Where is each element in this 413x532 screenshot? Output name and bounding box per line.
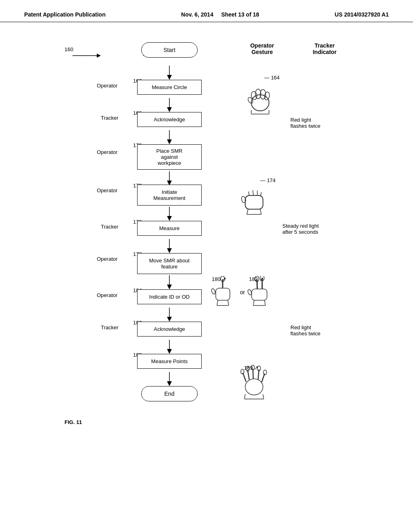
initiate-node: Initiate Measurement [137, 185, 202, 206]
svg-rect-49 [252, 289, 267, 300]
arrow-8 [165, 340, 173, 354]
gesture-180-group: 180 ↗ [210, 276, 236, 308]
arrow-4 [165, 207, 173, 221]
tracker-indicator-header: Tracker Indicator [298, 42, 351, 55]
ref-182: 182 ↗ [249, 276, 263, 282]
page-header: Patent Application Publication Nov. 6, 2… [0, 0, 413, 22]
end-node: End [137, 386, 202, 401]
steady-red-light: Steady red light after 5 seconds [282, 223, 319, 235]
svg-line-35 [253, 190, 253, 195]
svg-point-60 [241, 369, 244, 374]
role-operator-4: Operator [97, 256, 117, 262]
publication-label: Patent Application Publication [24, 11, 106, 18]
role-operator-2: Operator [97, 149, 117, 155]
svg-line-47 [228, 300, 229, 305]
svg-rect-42 [216, 288, 230, 300]
ref-160: 160 [65, 46, 73, 52]
place-smr-node: Place SMR against workpiece [137, 144, 202, 170]
svg-line-56 [265, 300, 265, 305]
measure-points-node: Measure Points [137, 354, 202, 369]
initiate-box: Initiate Measurement [137, 185, 202, 206]
arrow-1 [165, 98, 173, 112]
svg-line-39 [247, 209, 248, 214]
end-oval: End [141, 386, 198, 401]
gesture-180-182-area: 180 ↗ or 1 [210, 276, 273, 308]
start-oval: Start [141, 42, 198, 58]
ref-180: 180 ↗ [212, 276, 226, 282]
gesture-164-svg [244, 83, 276, 115]
indicate-box: Indicate ID or OD [137, 289, 202, 304]
arrow-6 [165, 275, 173, 289]
svg-point-45 [211, 288, 216, 295]
gesture-182-group: 182 ↗ [247, 276, 273, 308]
arrow-7 [165, 308, 173, 322]
patent-number: US 2014/0327920 A1 [335, 11, 389, 18]
main-content: 160 162 Start 166 — Operator [0, 26, 413, 506]
svg-line-70 [263, 394, 264, 399]
measure-node: Measure [137, 221, 202, 236]
sheet-label: Sheet 13 of 18 [221, 11, 259, 18]
ref-164: — 164 [264, 75, 296, 81]
operator-gesture-header: Operator Gesture [238, 42, 286, 55]
svg-line-59 [243, 373, 246, 382]
gesture-164-area: — 164 [244, 75, 276, 116]
svg-rect-33 [245, 195, 263, 209]
svg-line-46 [217, 300, 218, 305]
role-operator-5: Operator [97, 292, 117, 298]
move-smr-box: Move SMR about feature [137, 253, 202, 274]
acknowledge-1-box: Acknowledge [137, 112, 202, 127]
ref-189: 189 ↗ [244, 365, 259, 371]
svg-marker-13 [167, 216, 172, 221]
arrow-9 [165, 372, 173, 386]
measure-circle-box: Measure Circle [137, 80, 202, 95]
figure-label: FIG. 11 [65, 419, 82, 425]
svg-line-37 [261, 192, 261, 196]
svg-line-69 [244, 394, 245, 399]
svg-marker-17 [167, 285, 172, 289]
place-smr-box: Place SMR against workpiece [137, 144, 202, 170]
svg-line-55 [253, 300, 254, 305]
move-smr-node: Move SMR about feature [137, 253, 202, 274]
role-tracker-2: Tracker [101, 224, 119, 230]
diagram: 160 162 Start 166 — Operator [24, 34, 389, 498]
arrow-5 [165, 239, 173, 253]
date-sheet: Nov. 6, 2014 Sheet 13 of 18 [181, 11, 259, 18]
arrow-2 [165, 130, 173, 144]
acknowledge-2-node: Acknowledge [137, 322, 202, 337]
red-light-1: Red light flashes twice [290, 117, 320, 129]
date-label: Nov. 6, 2014 [181, 11, 213, 18]
start-node: Start [137, 42, 202, 58]
arrow-start-down [165, 66, 173, 80]
acknowledge-2-box: Acknowledge [137, 322, 202, 337]
svg-point-28 [264, 91, 270, 100]
role-operator-3: Operator [97, 187, 117, 193]
measure-circle-node: Measure Circle [137, 80, 202, 95]
arrow-160 [73, 50, 105, 62]
svg-line-65 [258, 370, 259, 380]
svg-marker-5 [167, 75, 172, 80]
svg-line-40 [260, 209, 261, 214]
svg-marker-7 [167, 107, 172, 112]
acknowledge-1-node: Acknowledge [137, 112, 202, 127]
svg-marker-9 [167, 139, 172, 144]
indicate-node: Indicate ID or OD [137, 289, 202, 304]
measure-points-box: Measure Points [137, 354, 202, 369]
svg-point-68 [263, 370, 267, 375]
svg-marker-1 [97, 54, 101, 58]
svg-marker-21 [167, 349, 172, 354]
role-tracker-3: Tracker [101, 324, 119, 330]
or-text: or [240, 289, 245, 295]
svg-marker-15 [167, 248, 172, 253]
role-tracker-1: Tracker [101, 115, 119, 121]
svg-marker-23 [167, 381, 172, 386]
ref-174: — 174 [260, 177, 292, 183]
svg-line-34 [248, 191, 249, 195]
gesture-174-svg [238, 184, 270, 216]
role-operator-1: Operator [97, 83, 117, 89]
svg-point-54 [247, 289, 252, 295]
arrow-3 [165, 171, 173, 185]
svg-point-38 [241, 196, 246, 203]
red-light-2: Red light flashes twice [290, 324, 320, 337]
svg-point-58 [245, 379, 263, 395]
svg-marker-19 [167, 317, 172, 322]
